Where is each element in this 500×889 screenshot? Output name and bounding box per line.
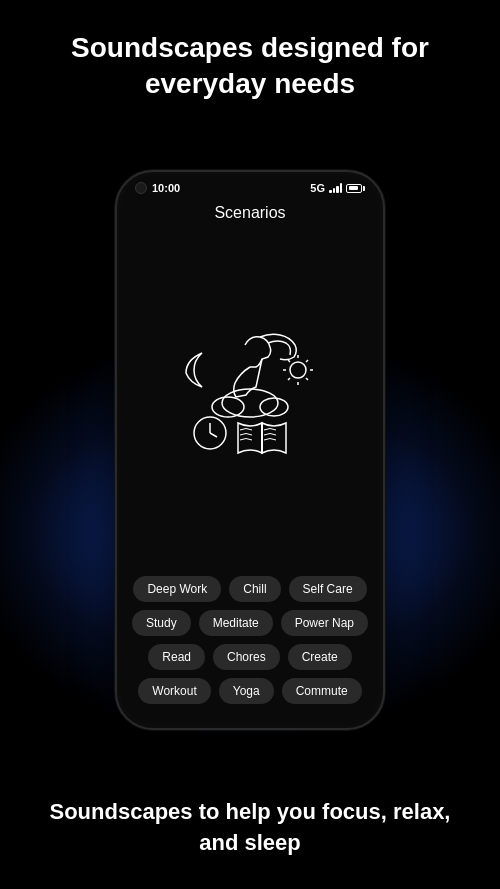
chip-self-care[interactable]: Self Care [289,576,367,602]
svg-point-3 [290,362,306,378]
chip-yoga[interactable]: Yoga [219,678,274,704]
svg-point-0 [222,389,278,417]
svg-line-11 [288,378,290,380]
bottom-heading-text: Soundscapes to help you focus, relax, an… [50,799,451,855]
chip-chill[interactable]: Chill [229,576,280,602]
chips-row-1: Deep Work Chill Self Care [129,576,371,602]
scenarios-title: Scenarios [117,198,383,230]
phone-screen: 10:00 5G Scenarios [115,170,385,730]
top-heading: Soundscapes designed for everyday needs [0,0,500,113]
scenarios-illustration [150,315,350,485]
svg-line-8 [288,360,290,362]
illustration-area [117,230,383,570]
chip-meditate[interactable]: Meditate [199,610,273,636]
chip-power-nap[interactable]: Power Nap [281,610,368,636]
signal-icon [329,183,342,193]
chip-deep-work[interactable]: Deep Work [133,576,221,602]
chips-row-2: Study Meditate Power Nap [129,610,371,636]
status-time: 10:00 [152,182,180,194]
chip-study[interactable]: Study [132,610,191,636]
svg-point-2 [260,398,288,416]
phone-mockup: 10:00 5G Scenarios [115,170,385,730]
bottom-heading: Soundscapes to help you focus, relax, an… [0,787,500,889]
battery-icon [346,184,365,193]
status-bar: 10:00 5G [117,172,383,198]
svg-line-10 [306,360,308,362]
svg-point-1 [212,397,244,417]
chip-create[interactable]: Create [288,644,352,670]
chip-read[interactable]: Read [148,644,205,670]
chips-area: Deep Work Chill Self Care Study Meditate… [117,570,383,728]
svg-line-9 [306,378,308,380]
camera-notch [135,182,147,194]
top-heading-text: Soundscapes designed for everyday needs [71,32,429,99]
chip-commute[interactable]: Commute [282,678,362,704]
chips-row-4: Workout Yoga Commute [129,678,371,704]
chips-row-3: Read Chores Create [129,644,371,670]
status-right: 5G [310,182,365,194]
chip-chores[interactable]: Chores [213,644,280,670]
svg-line-14 [210,433,217,437]
chip-workout[interactable]: Workout [138,678,210,704]
network-label: 5G [310,182,325,194]
